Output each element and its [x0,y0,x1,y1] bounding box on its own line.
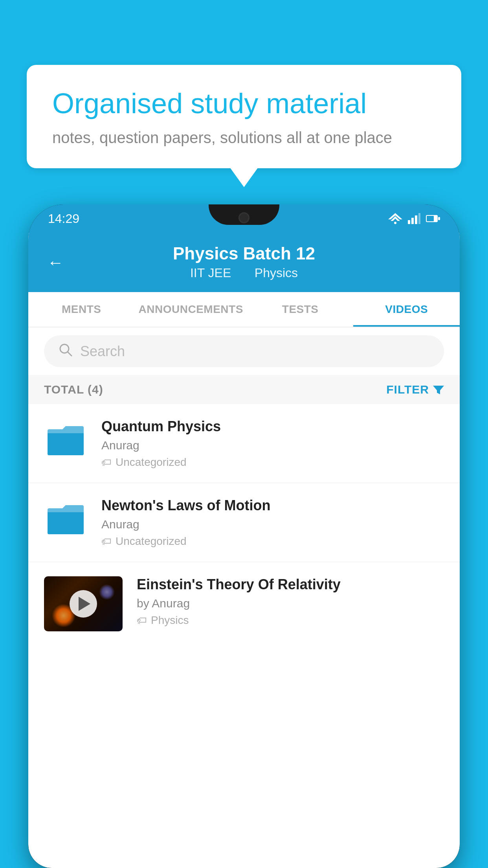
video-list: Quantum Physics Anurag 🏷 Uncategorized [28,404,460,645]
item-thumbnail [44,418,87,462]
video-thumbnail [44,576,123,631]
speech-bubble: Organised study material notes, question… [27,65,461,168]
svg-rect-4 [411,218,414,224]
tab-bar: MENTS ANNOUNCEMENTS TESTS VIDEOS [28,292,460,327]
item-author: Anurag [101,439,444,452]
batch-subject: Physics [255,266,298,280]
tag-label: Physics [151,614,189,627]
item-title: Einstein's Theory Of Relativity [137,576,444,593]
play-icon [79,597,90,611]
svg-line-11 [68,352,72,356]
item-title: Quantum Physics [101,418,444,435]
bubble-subtitle: notes, question papers, solutions all at… [52,129,436,147]
status-icons [388,213,440,224]
search-bar[interactable]: Search [44,335,444,367]
item-info: Einstein's Theory Of Relativity by Anura… [137,576,444,627]
wifi-icon [388,213,402,224]
status-time: 14:29 [48,211,79,226]
tab-videos[interactable]: VIDEOS [353,292,460,327]
list-item[interactable]: Einstein's Theory Of Relativity by Anura… [28,562,460,645]
tab-ments[interactable]: MENTS [28,292,135,327]
item-author: Anurag [101,518,444,531]
item-tag: 🏷 Uncategorized [101,456,444,469]
svg-rect-5 [415,215,417,224]
filter-label: FILTER [386,383,429,396]
bubble-title: Organised study material [52,86,436,120]
svg-rect-8 [427,216,434,221]
play-button[interactable] [70,590,97,618]
item-info: Newton's Laws of Motion Anurag 🏷 Uncateg… [101,497,444,548]
svg-point-2 [394,222,396,224]
filter-icon [433,384,444,395]
total-count: TOTAL (4) [44,383,103,396]
item-title: Newton's Laws of Motion [101,497,444,514]
app-header: ← Physics Batch 12 IIT JEE Physics [28,233,460,292]
svg-rect-6 [418,213,420,224]
phone-frame: 14:29 ← [28,204,460,868]
batch-subtitle: IIT JEE Physics [48,266,440,280]
item-tag: 🏷 Physics [137,614,444,627]
app-content: ← Physics Batch 12 IIT JEE Physics MENTS… [28,233,460,868]
tag-label: Uncategorized [116,535,187,548]
item-thumbnail [44,497,87,541]
tab-tests[interactable]: TESTS [247,292,354,327]
list-item[interactable]: Quantum Physics Anurag 🏷 Uncategorized [28,404,460,483]
tag-icon: 🏷 [137,614,147,627]
status-bar: 14:29 [28,204,460,233]
signal-icon [408,213,420,224]
list-item[interactable]: Newton's Laws of Motion Anurag 🏷 Uncateg… [28,483,460,562]
svg-marker-12 [433,386,444,394]
filter-button[interactable]: FILTER [386,383,444,396]
svg-rect-9 [438,217,440,220]
notch [209,204,279,225]
tab-announcements[interactable]: ANNOUNCEMENTS [135,292,247,327]
search-icon [58,342,72,360]
batch-category: IIT JEE [190,266,231,280]
folder-icon [46,422,85,458]
back-button[interactable]: ← [47,253,64,272]
tag-label: Uncategorized [116,456,187,469]
batch-title: Physics Batch 12 [48,244,440,263]
filter-row: TOTAL (4) FILTER [28,375,460,404]
search-placeholder: Search [80,343,125,360]
tag-icon: 🏷 [101,535,112,548]
search-container: Search [28,327,460,375]
item-info: Quantum Physics Anurag 🏷 Uncategorized [101,418,444,469]
item-author: by Anurag [137,597,444,610]
item-tag: 🏷 Uncategorized [101,535,444,548]
battery-icon [426,214,440,223]
svg-rect-3 [408,220,410,224]
folder-icon [46,501,85,537]
front-camera [238,212,250,223]
tag-icon: 🏷 [101,456,112,469]
